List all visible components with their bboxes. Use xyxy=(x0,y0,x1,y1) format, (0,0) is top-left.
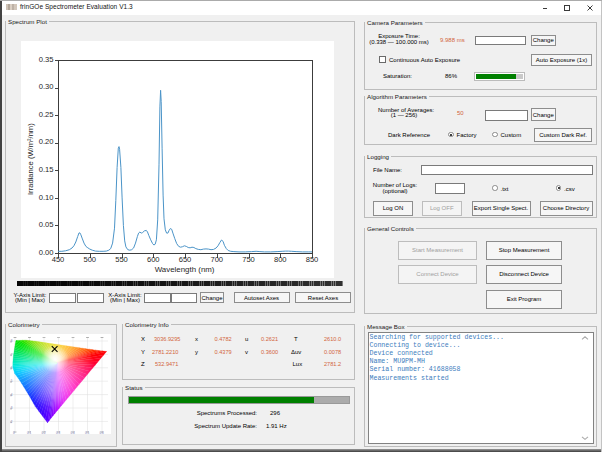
svg-text:0.4: 0.4 xyxy=(71,431,76,435)
svg-text:.8: .8 xyxy=(10,339,13,343)
svg-text:0.2: 0.2 xyxy=(42,431,47,435)
svg-text:.7: .7 xyxy=(10,353,13,357)
svg-text:0.6: 0.6 xyxy=(100,431,105,435)
svg-text:0.1: 0.1 xyxy=(27,431,32,435)
svg-text:.2: .2 xyxy=(10,420,13,424)
svg-text:.6: .6 xyxy=(10,366,13,370)
svg-text:0.5: 0.5 xyxy=(85,431,90,435)
svg-text:.3: .3 xyxy=(10,406,13,410)
svg-text:.5: .5 xyxy=(10,379,13,383)
svg-text:.4: .4 xyxy=(10,393,13,397)
svg-text:0.3: 0.3 xyxy=(56,431,61,435)
